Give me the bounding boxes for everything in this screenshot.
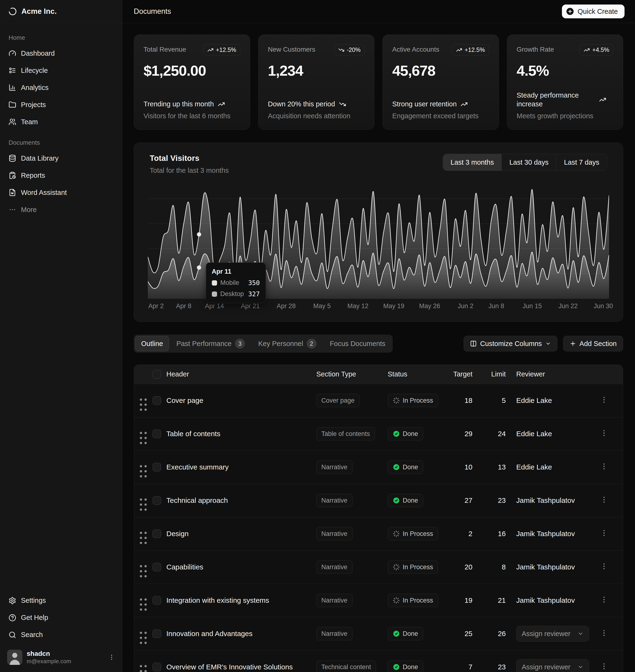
help-circle-icon [8,614,16,622]
drag-handle-icon[interactable] [134,392,153,417]
sidebar-item-reports[interactable]: Reports [4,167,118,184]
row-menu-button[interactable] [600,596,608,604]
customize-columns-button[interactable]: Customize Columns [464,336,557,352]
target-value[interactable]: 19 [452,584,483,617]
row-header[interactable]: Cover page [167,384,316,417]
row-checkbox[interactable] [153,629,161,638]
row-header[interactable]: Capabilities [167,551,316,584]
assign-reviewer-select[interactable]: Assign reviewer [516,626,589,642]
row-menu-button[interactable] [600,629,608,637]
target-value[interactable]: 27 [452,484,483,517]
tooltip-series-label: Desktop [220,290,244,298]
col-section-type: Section Type [316,365,388,384]
target-value[interactable]: 2 [452,517,483,551]
sidebar-item-data-library[interactable]: Data Library [4,150,118,167]
user-menu[interactable]: shadcn m@example.com [4,647,118,668]
row-menu-button[interactable] [600,529,608,537]
limit-value[interactable]: 13 [483,450,516,484]
quick-create-button[interactable]: Quick Create [562,4,625,18]
chart-subtitle: Total for the last 3 months [150,166,229,174]
sidebar-item-team[interactable]: Team [4,113,118,130]
row-menu-button[interactable] [600,429,608,437]
drag-handle-icon[interactable] [134,525,153,551]
drag-handle-icon[interactable] [134,559,153,584]
target-value[interactable]: 18 [452,384,483,417]
sidebar-item-dashboard[interactable]: Dashboard [4,45,118,62]
sidebar-item-lifecycle[interactable]: Lifecycle [4,62,118,79]
target-value[interactable]: 10 [452,450,483,484]
row-checkbox[interactable] [153,596,161,605]
limit-value[interactable]: 21 [483,584,516,617]
add-section-button[interactable]: Add Section [563,336,623,352]
row-menu-button[interactable] [600,496,608,504]
row-checkbox[interactable] [153,396,161,405]
row-header[interactable]: Integration with existing systems [167,584,316,617]
tab-outline[interactable]: Outline [135,336,169,351]
limit-value[interactable]: 5 [483,384,516,417]
row-checkbox[interactable] [153,563,161,572]
tab-past-performance[interactable]: Past Performance3 [170,336,251,351]
row-checkbox[interactable] [153,496,161,505]
sidebar-item-word-assistant[interactable]: Word Assistant [4,184,118,201]
tab-key-personnel[interactable]: Key Personnel2 [252,336,323,351]
sidebar-item-more[interactable]: More [4,201,118,218]
row-header[interactable]: Innovation and Advantages [167,617,316,650]
limit-value[interactable]: 16 [483,517,516,551]
limit-value[interactable]: 24 [483,417,516,450]
row-header[interactable]: Technical approach [167,484,316,517]
select-all-checkbox[interactable] [153,370,161,379]
sidebar-item-settings[interactable]: Settings [4,592,118,609]
limit-value[interactable]: 26 [483,617,516,650]
sidebar-header[interactable]: Acme Inc. [0,0,122,23]
stat-card-label: New Customers [268,44,315,53]
sidebar-item-analytics[interactable]: Analytics [4,79,118,96]
drag-handle-icon[interactable] [134,592,153,617]
range-last-30-days[interactable]: Last 30 days [502,154,556,171]
row-menu-button[interactable] [600,462,608,470]
row-header[interactable]: Executive summary [167,450,316,484]
sidebar-item-label: Word Assistant [21,189,67,197]
target-value[interactable]: 20 [452,551,483,584]
target-value[interactable]: 25 [452,617,483,650]
reviewer-cell: Eddie Lake [516,417,600,450]
row-header[interactable]: Overview of EMR's Innovative Solutions [167,650,316,672]
drag-handle-icon[interactable] [134,659,153,672]
drag-handle-icon[interactable] [134,492,153,517]
limit-value[interactable]: 23 [483,650,516,672]
sidebar-item-get-help[interactable]: Get Help [4,609,118,626]
drag-handle-icon[interactable] [134,625,153,650]
row-checkbox[interactable] [153,463,161,471]
target-value[interactable]: 29 [452,417,483,450]
sidebar-item-search[interactable]: Search [4,626,118,644]
sidebar-item-projects[interactable]: Projects [4,96,118,113]
row-header[interactable]: Table of contents [167,417,316,450]
range-last-3-months[interactable]: Last 3 months [443,154,502,171]
drag-handle-icon[interactable] [134,459,153,484]
row-menu-button[interactable] [600,562,608,570]
stat-card-line1: Strong user retention [392,100,457,109]
range-last-7-days[interactable]: Last 7 days [556,154,607,171]
trend-up-icon [461,100,468,108]
row-checkbox[interactable] [153,429,161,438]
app-root: Acme Inc. HomeDashboardLifecycleAnalytic… [0,0,635,672]
table-row: CapabilitiesNarrativeIn Process208Jamik … [134,551,623,584]
limit-value[interactable]: 23 [483,484,516,517]
row-menu-button[interactable] [600,662,608,670]
tab-focus-documents[interactable]: Focus Documents [324,336,392,351]
row-header[interactable]: Design [167,517,316,551]
assign-reviewer-select[interactable]: Assign reviewer [516,659,589,672]
loader-icon [393,530,400,537]
row-menu-button[interactable] [600,396,608,404]
x-tick: Apr 21 [241,303,260,310]
chevron-down-icon [545,341,551,346]
drag-handle-icon[interactable] [134,425,153,450]
row-checkbox[interactable] [153,663,161,671]
row-checkbox[interactable] [153,530,161,538]
x-tick: Apr 8 [176,303,191,310]
sidebar-footer: SettingsGet HelpSearch shadcn m@example.… [0,592,122,672]
sidebar-group-label: Documents [0,130,122,150]
target-value[interactable]: 7 [452,650,483,672]
limit-value[interactable]: 8 [483,551,516,584]
chart-plot[interactable]: Apr 11Mobile350Desktop327 [148,185,609,299]
status-badge: In Process [388,394,438,407]
